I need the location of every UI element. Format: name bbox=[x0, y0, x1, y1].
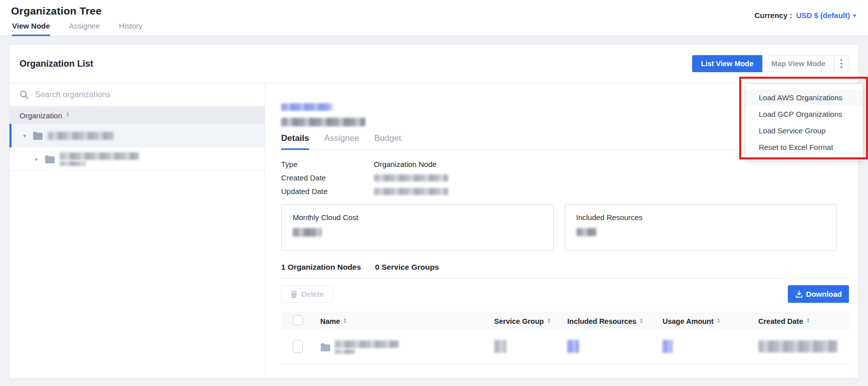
monthly-cloud-cost-card: Monthly Cloud Cost bbox=[281, 204, 554, 251]
redacted-resources-value bbox=[576, 228, 596, 236]
menu-item-load-service-group[interactable]: Load Service Group bbox=[746, 122, 862, 139]
redacted-node-name-line2 bbox=[60, 161, 86, 166]
redacted-included-resources[interactable] bbox=[567, 340, 579, 353]
type-value: Organization Node bbox=[374, 160, 437, 168]
included-resources-title: Included Resources bbox=[576, 213, 826, 222]
monthly-cloud-cost-title: Monthly Cloud Cost bbox=[293, 213, 542, 222]
folder-icon bbox=[320, 343, 330, 351]
search-icon bbox=[20, 90, 29, 99]
organization-list-card: Organization List List View Mode Map Vie… bbox=[9, 44, 859, 378]
card-title: Organization List bbox=[20, 59, 93, 69]
col-usage-amount: Usage Amount bbox=[663, 317, 714, 325]
table-row[interactable] bbox=[281, 330, 849, 364]
menu-item-load-gcp-organizations[interactable]: Load GCP Organizations bbox=[746, 106, 862, 122]
type-label: Type bbox=[281, 160, 374, 168]
sort-icon[interactable]: ▲▼ bbox=[639, 318, 643, 324]
delete-button[interactable]: Delete bbox=[281, 285, 333, 303]
sort-icon[interactable]: ▲▼ bbox=[66, 112, 70, 118]
nodes-table: Name ▲▼ Service Group ▲▼ Included Resour… bbox=[281, 312, 849, 364]
redacted-node-name bbox=[48, 132, 114, 140]
page-tab-bar: View Node Assignee History bbox=[11, 22, 857, 36]
table-header-row: Name ▲▼ Service Group ▲▼ Included Resour… bbox=[281, 312, 849, 330]
organization-column-header[interactable]: Organization ▲▼ bbox=[10, 107, 265, 124]
service-groups-count: 0 Service Groups bbox=[375, 263, 439, 272]
tree-node-child[interactable]: ▸ bbox=[10, 147, 265, 171]
redacted-created-date-cell bbox=[758, 340, 837, 352]
redacted-row-name-line2 bbox=[335, 349, 355, 354]
menu-item-reset-to-excel-format[interactable]: Reset to Excel Format bbox=[746, 139, 862, 155]
redacted-created-date bbox=[374, 174, 448, 181]
tab-history[interactable]: History bbox=[119, 22, 142, 36]
currency-label: Currency : bbox=[754, 11, 792, 20]
col-name: Name bbox=[320, 317, 340, 325]
select-all-checkbox[interactable] bbox=[293, 315, 303, 325]
redacted-node-title bbox=[281, 118, 365, 126]
stat-cards: Monthly Cloud Cost Included Resources bbox=[281, 204, 837, 251]
more-actions-menu: Load AWS Organizations Load GCP Organiza… bbox=[745, 84, 863, 161]
card-body: Organization ▲▼ ▾ ▸ bbox=[10, 83, 858, 378]
folder-icon bbox=[45, 155, 55, 163]
redacted-node-name bbox=[60, 152, 139, 160]
map-view-mode-button[interactable]: Map View Mode bbox=[762, 55, 834, 72]
trash-icon bbox=[290, 290, 298, 298]
caret-down-icon[interactable]: ▾ bbox=[22, 132, 28, 139]
search-input[interactable] bbox=[35, 90, 255, 99]
redacted-usage-amount[interactable] bbox=[663, 340, 673, 353]
col-service-group: Service Group bbox=[494, 317, 544, 325]
redacted-row-name bbox=[335, 340, 399, 348]
list-view-mode-button[interactable]: List View Mode bbox=[692, 55, 762, 72]
col-included-resources: Included Resources bbox=[567, 317, 636, 325]
counts-row: 1 Organization Nodes 0 Service Groups bbox=[281, 263, 849, 272]
included-resources-card: Included Resources bbox=[565, 204, 837, 251]
currency-selector[interactable]: Currency : USD $ (default) ▾ bbox=[754, 11, 856, 20]
row-checkbox[interactable] bbox=[293, 340, 303, 353]
redacted-service-group bbox=[494, 340, 506, 353]
page-title: Organization Tree bbox=[11, 5, 857, 17]
redacted-parent-link[interactable] bbox=[281, 103, 332, 111]
organization-tree-panel: Organization ▲▼ ▾ ▸ bbox=[10, 83, 265, 378]
sort-icon[interactable]: ▲▼ bbox=[343, 318, 347, 324]
tab-view-node[interactable]: View Node bbox=[12, 22, 50, 36]
details-fields: Type Organization Node Created Date Upda… bbox=[281, 157, 849, 198]
page-background: Organization List List View Mode Map Vie… bbox=[0, 35, 868, 386]
more-actions-button[interactable] bbox=[834, 55, 849, 72]
redacted-updated-date bbox=[374, 188, 448, 195]
col-created-date: Created Date bbox=[758, 317, 803, 325]
folder-icon bbox=[33, 131, 43, 140]
table-toolbar: Delete Download bbox=[281, 278, 849, 303]
tree-search-row bbox=[10, 83, 265, 107]
download-button[interactable]: Download bbox=[788, 285, 849, 303]
currency-value[interactable]: USD $ (default) bbox=[796, 11, 850, 20]
organization-nodes-count: 1 Organization Nodes bbox=[281, 263, 361, 272]
created-date-label: Created Date bbox=[281, 173, 374, 182]
sort-icon[interactable]: ▲▼ bbox=[717, 318, 721, 324]
organization-column-label: Organization bbox=[20, 111, 62, 120]
tab-details[interactable]: Details bbox=[281, 133, 309, 150]
sort-icon[interactable]: ▲▼ bbox=[806, 318, 810, 324]
kebab-icon bbox=[840, 59, 842, 61]
sort-icon[interactable]: ▲▼ bbox=[547, 318, 551, 324]
tab-budget[interactable]: Budget bbox=[374, 133, 401, 149]
updated-date-label: Updated Date bbox=[281, 187, 374, 196]
caret-right-icon[interactable]: ▸ bbox=[34, 155, 40, 162]
tree-node-root[interactable]: ▾ bbox=[10, 124, 265, 147]
tab-details-assignee[interactable]: Assignee bbox=[324, 133, 359, 149]
redacted-cost-value bbox=[293, 228, 322, 237]
card-header: Organization List List View Mode Map Vie… bbox=[10, 45, 858, 83]
tab-assignee[interactable]: Assignee bbox=[69, 22, 100, 36]
chevron-down-icon: ▾ bbox=[853, 12, 856, 19]
view-mode-toggle: List View Mode Map View Mode bbox=[692, 55, 849, 72]
download-icon bbox=[795, 290, 803, 298]
top-header: Organization Tree View Node Assignee His… bbox=[0, 0, 868, 35]
menu-item-load-aws-organizations[interactable]: Load AWS Organizations bbox=[746, 89, 862, 106]
